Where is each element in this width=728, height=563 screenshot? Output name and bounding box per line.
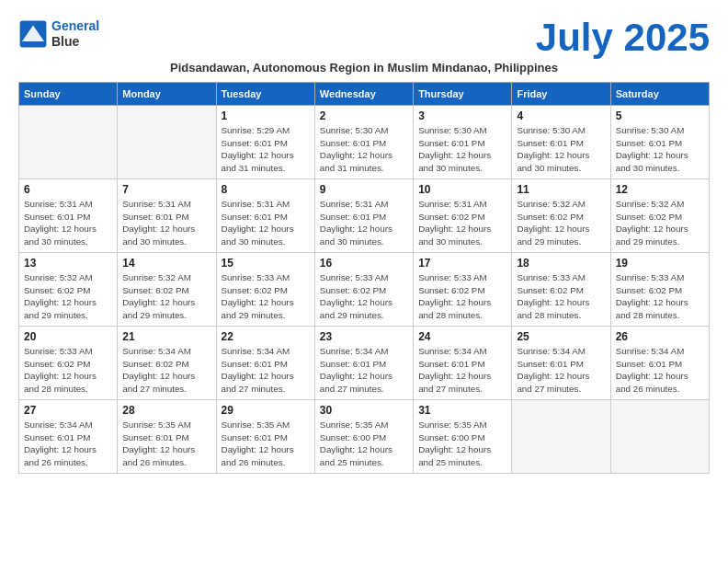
calendar-day-cell: 28Sunrise: 5:35 AM Sunset: 6:01 PM Dayli… bbox=[118, 400, 216, 474]
calendar-day-cell bbox=[512, 400, 610, 474]
day-number: 16 bbox=[320, 257, 408, 270]
day-info: Sunrise: 5:30 AM Sunset: 6:01 PM Dayligh… bbox=[616, 124, 704, 175]
calendar-week-row: 1Sunrise: 5:29 AM Sunset: 6:01 PM Daylig… bbox=[19, 106, 710, 179]
day-info: Sunrise: 5:34 AM Sunset: 6:01 PM Dayligh… bbox=[517, 345, 605, 396]
calendar-day-cell bbox=[19, 106, 118, 179]
day-info: Sunrise: 5:31 AM Sunset: 6:01 PM Dayligh… bbox=[24, 198, 112, 248]
weekday-header: Wednesday bbox=[314, 83, 413, 106]
day-info: Sunrise: 5:33 AM Sunset: 6:02 PM Dayligh… bbox=[418, 271, 506, 322]
calendar-day-cell: 17Sunrise: 5:33 AM Sunset: 6:02 PM Dayli… bbox=[414, 253, 512, 327]
calendar-week-row: 13Sunrise: 5:32 AM Sunset: 6:02 PM Dayli… bbox=[19, 253, 710, 327]
weekday-header: Thursday bbox=[414, 83, 512, 106]
day-number: 1 bbox=[222, 109, 310, 122]
day-number: 31 bbox=[418, 404, 506, 417]
calendar-table: SundayMondayTuesdayWednesdayThursdayFrid… bbox=[18, 82, 710, 474]
month-title: July 2025 bbox=[536, 18, 710, 57]
day-number: 27 bbox=[24, 404, 112, 417]
calendar-day-cell: 21Sunrise: 5:34 AM Sunset: 6:02 PM Dayli… bbox=[118, 327, 216, 400]
calendar-day-cell: 25Sunrise: 5:34 AM Sunset: 6:01 PM Dayli… bbox=[512, 327, 610, 400]
day-number: 23 bbox=[320, 330, 408, 343]
calendar-week-row: 20Sunrise: 5:33 AM Sunset: 6:02 PM Dayli… bbox=[19, 327, 710, 400]
day-info: Sunrise: 5:33 AM Sunset: 6:02 PM Dayligh… bbox=[222, 271, 310, 322]
calendar-body: 1Sunrise: 5:29 AM Sunset: 6:01 PM Daylig… bbox=[19, 106, 710, 474]
day-number: 10 bbox=[418, 183, 506, 196]
calendar-day-cell: 13Sunrise: 5:32 AM Sunset: 6:02 PM Dayli… bbox=[19, 253, 118, 327]
calendar-day-cell: 11Sunrise: 5:32 AM Sunset: 6:02 PM Dayli… bbox=[512, 179, 610, 253]
logo-text: General Blue bbox=[51, 18, 99, 50]
day-info: Sunrise: 5:35 AM Sunset: 6:00 PM Dayligh… bbox=[418, 419, 506, 469]
calendar-day-cell bbox=[610, 400, 709, 474]
day-info: Sunrise: 5:35 AM Sunset: 6:01 PM Dayligh… bbox=[122, 419, 210, 469]
day-number: 5 bbox=[616, 109, 704, 122]
day-info: Sunrise: 5:33 AM Sunset: 6:02 PM Dayligh… bbox=[320, 271, 408, 322]
day-info: Sunrise: 5:34 AM Sunset: 6:01 PM Dayligh… bbox=[418, 345, 506, 396]
calendar-day-cell: 15Sunrise: 5:33 AM Sunset: 6:02 PM Dayli… bbox=[216, 253, 314, 327]
day-info: Sunrise: 5:35 AM Sunset: 6:00 PM Dayligh… bbox=[320, 419, 408, 469]
day-number: 20 bbox=[24, 330, 112, 343]
calendar-day-cell: 14Sunrise: 5:32 AM Sunset: 6:02 PM Dayli… bbox=[118, 253, 216, 327]
calendar-day-cell: 18Sunrise: 5:33 AM Sunset: 6:02 PM Dayli… bbox=[512, 253, 610, 327]
day-number: 4 bbox=[517, 109, 605, 122]
calendar-header-row: SundayMondayTuesdayWednesdayThursdayFrid… bbox=[19, 83, 710, 106]
day-number: 22 bbox=[222, 330, 310, 343]
day-number: 13 bbox=[24, 257, 112, 270]
day-info: Sunrise: 5:34 AM Sunset: 6:01 PM Dayligh… bbox=[24, 419, 112, 469]
calendar-day-cell: 23Sunrise: 5:34 AM Sunset: 6:01 PM Dayli… bbox=[314, 327, 413, 400]
logo: General Blue bbox=[18, 18, 99, 50]
calendar-day-cell bbox=[118, 106, 216, 179]
calendar-day-cell: 16Sunrise: 5:33 AM Sunset: 6:02 PM Dayli… bbox=[314, 253, 413, 327]
day-info: Sunrise: 5:30 AM Sunset: 6:01 PM Dayligh… bbox=[418, 124, 506, 175]
calendar-day-cell: 2Sunrise: 5:30 AM Sunset: 6:01 PM Daylig… bbox=[314, 106, 413, 179]
weekday-header: Saturday bbox=[610, 83, 709, 106]
subtitle: Pidsandawan, Autonomous Region in Muslim… bbox=[18, 61, 710, 75]
day-info: Sunrise: 5:34 AM Sunset: 6:02 PM Dayligh… bbox=[122, 345, 210, 396]
calendar-week-row: 6Sunrise: 5:31 AM Sunset: 6:01 PM Daylig… bbox=[19, 179, 710, 253]
page-header: General Blue July 2025 bbox=[18, 18, 710, 57]
day-info: Sunrise: 5:32 AM Sunset: 6:02 PM Dayligh… bbox=[616, 198, 704, 248]
day-info: Sunrise: 5:35 AM Sunset: 6:01 PM Dayligh… bbox=[222, 419, 310, 469]
calendar-day-cell: 22Sunrise: 5:34 AM Sunset: 6:01 PM Dayli… bbox=[216, 327, 314, 400]
calendar-day-cell: 12Sunrise: 5:32 AM Sunset: 6:02 PM Dayli… bbox=[610, 179, 709, 253]
day-number: 18 bbox=[517, 257, 605, 270]
day-number: 29 bbox=[222, 404, 310, 417]
weekday-header: Tuesday bbox=[216, 83, 314, 106]
weekday-header: Friday bbox=[512, 83, 610, 106]
calendar-day-cell: 10Sunrise: 5:31 AM Sunset: 6:02 PM Dayli… bbox=[414, 179, 512, 253]
day-number: 30 bbox=[320, 404, 408, 417]
day-info: Sunrise: 5:29 AM Sunset: 6:01 PM Dayligh… bbox=[222, 124, 310, 175]
day-number: 17 bbox=[418, 257, 506, 270]
day-number: 11 bbox=[517, 183, 605, 196]
day-number: 3 bbox=[418, 109, 506, 122]
day-info: Sunrise: 5:31 AM Sunset: 6:01 PM Dayligh… bbox=[122, 198, 210, 248]
day-info: Sunrise: 5:32 AM Sunset: 6:02 PM Dayligh… bbox=[122, 271, 210, 322]
calendar-day-cell: 7Sunrise: 5:31 AM Sunset: 6:01 PM Daylig… bbox=[118, 179, 216, 253]
calendar-day-cell: 5Sunrise: 5:30 AM Sunset: 6:01 PM Daylig… bbox=[610, 106, 709, 179]
calendar-day-cell: 3Sunrise: 5:30 AM Sunset: 6:01 PM Daylig… bbox=[414, 106, 512, 179]
day-info: Sunrise: 5:33 AM Sunset: 6:02 PM Dayligh… bbox=[24, 345, 112, 396]
weekday-header: Monday bbox=[118, 83, 216, 106]
day-number: 9 bbox=[320, 183, 408, 196]
day-number: 15 bbox=[222, 257, 310, 270]
day-info: Sunrise: 5:33 AM Sunset: 6:02 PM Dayligh… bbox=[616, 271, 704, 322]
logo-icon bbox=[18, 19, 48, 49]
day-number: 28 bbox=[122, 404, 210, 417]
calendar-day-cell: 1Sunrise: 5:29 AM Sunset: 6:01 PM Daylig… bbox=[216, 106, 314, 179]
day-info: Sunrise: 5:34 AM Sunset: 6:01 PM Dayligh… bbox=[616, 345, 704, 396]
day-info: Sunrise: 5:31 AM Sunset: 6:01 PM Dayligh… bbox=[222, 198, 310, 248]
calendar-week-row: 27Sunrise: 5:34 AM Sunset: 6:01 PM Dayli… bbox=[19, 400, 710, 474]
calendar-day-cell: 26Sunrise: 5:34 AM Sunset: 6:01 PM Dayli… bbox=[610, 327, 709, 400]
logo-line2: Blue bbox=[51, 34, 99, 50]
day-number: 7 bbox=[122, 183, 210, 196]
day-info: Sunrise: 5:30 AM Sunset: 6:01 PM Dayligh… bbox=[320, 124, 408, 175]
day-info: Sunrise: 5:30 AM Sunset: 6:01 PM Dayligh… bbox=[517, 124, 605, 175]
calendar-day-cell: 31Sunrise: 5:35 AM Sunset: 6:00 PM Dayli… bbox=[414, 400, 512, 474]
day-info: Sunrise: 5:31 AM Sunset: 6:01 PM Dayligh… bbox=[320, 198, 408, 248]
day-info: Sunrise: 5:31 AM Sunset: 6:02 PM Dayligh… bbox=[418, 198, 506, 248]
calendar-day-cell: 30Sunrise: 5:35 AM Sunset: 6:00 PM Dayli… bbox=[314, 400, 413, 474]
day-number: 19 bbox=[616, 257, 704, 270]
day-info: Sunrise: 5:33 AM Sunset: 6:02 PM Dayligh… bbox=[517, 271, 605, 322]
calendar-day-cell: 6Sunrise: 5:31 AM Sunset: 6:01 PM Daylig… bbox=[19, 179, 118, 253]
day-number: 24 bbox=[418, 330, 506, 343]
calendar-day-cell: 27Sunrise: 5:34 AM Sunset: 6:01 PM Dayli… bbox=[19, 400, 118, 474]
day-number: 6 bbox=[24, 183, 112, 196]
